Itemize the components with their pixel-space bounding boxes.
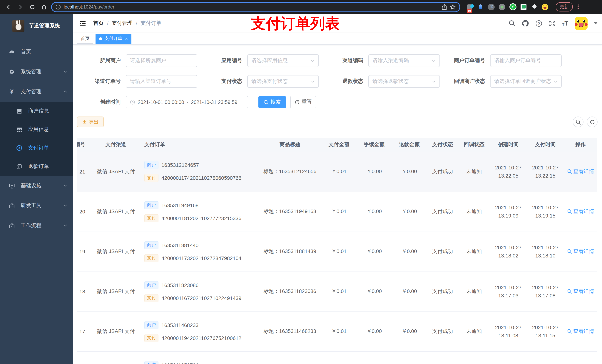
github-icon[interactable] xyxy=(522,20,529,27)
cell-refund: ￥0.00 xyxy=(392,192,427,232)
browser-reload-icon[interactable] xyxy=(27,2,37,12)
extensions-puzzle-icon[interactable] xyxy=(531,3,538,10)
col-title: 商品标题 xyxy=(258,138,321,152)
logo-rabbit-image xyxy=(12,20,24,32)
create-time-range-picker[interactable]: 2021-10-01 00:00:00 - 2021-10-31 23:59:5… xyxy=(126,96,248,108)
merchant-order-tag: 商户 xyxy=(144,361,159,364)
refund-status-select[interactable]: 请选择退款状态 xyxy=(368,75,440,88)
cell-title: 标题：1635312124656 xyxy=(258,152,321,192)
browser-home-icon[interactable] xyxy=(39,2,49,12)
col-channel: 支付渠道 xyxy=(92,138,140,152)
reset-button[interactable]: 重置 xyxy=(290,96,316,108)
export-button[interactable]: 导出 xyxy=(77,116,104,127)
sidebar-item-app-info[interactable]: 应用信息 xyxy=(0,120,73,139)
cell-order: 商户 1635311351796 支付 xyxy=(140,351,258,364)
view-detail-link[interactable]: 查看详情 xyxy=(567,248,594,255)
cell-pay-status: 支付成功 xyxy=(427,312,458,351)
yen-icon: ¥ xyxy=(9,88,15,95)
view-detail-link[interactable]: 查看详情 xyxy=(567,168,594,175)
sidebar-item-infra[interactable]: 基础设施 xyxy=(0,176,73,196)
merchant-order-no-input[interactable]: 请输入商户订单编号 xyxy=(490,54,562,67)
cell-id: 19 xyxy=(77,232,92,271)
refresh-table-button[interactable] xyxy=(587,116,598,127)
merchant-input[interactable]: 请选择所属商户 xyxy=(126,54,197,67)
sidebar-item-workflow[interactable]: 工作流程 xyxy=(0,216,73,236)
cell-refund: ￥0.00 xyxy=(392,271,427,312)
table-row: 19 微信 JSAPI 支付 商户 1635311881440 xyxy=(77,232,597,271)
chevron-down-icon xyxy=(63,203,67,209)
sidebar-item-merchant-info[interactable]: 商户信息 xyxy=(0,102,73,120)
cell-pay-status: 支付成功 xyxy=(427,232,458,271)
sidebar-logo[interactable]: 芋道管理系统 xyxy=(0,14,73,38)
app-select[interactable]: 请选择应用信息 xyxy=(247,54,319,67)
browser-back-icon[interactable] xyxy=(4,2,13,12)
pay-order-tag: 支付 xyxy=(144,294,159,302)
cell-fee xyxy=(356,351,392,364)
cell-title: 标题：1635311823086 xyxy=(258,271,321,312)
share-icon[interactable] xyxy=(442,4,447,10)
navbar-actions: ? TT xyxy=(509,14,598,33)
search-icon[interactable] xyxy=(509,20,515,27)
notify-status-select[interactable]: 请选择订单回调商户状态 xyxy=(490,75,562,88)
tag-home[interactable]: 首页 xyxy=(77,34,93,43)
table-row: 商户 1635311351796 支付 xyxy=(77,351,597,364)
chevron-down-icon xyxy=(63,183,67,189)
font-size-icon[interactable]: TT xyxy=(562,20,568,26)
toolbox-icon xyxy=(9,203,15,208)
channel-order-no-input[interactable]: 请输入渠道订单号 xyxy=(126,75,197,88)
channel-code-select[interactable]: 请输入渠道编码 xyxy=(368,54,440,67)
cell-pay-status: 支付成功 xyxy=(427,152,458,192)
breadcrumb-home[interactable]: 首页 xyxy=(93,20,104,26)
sidebar-item-refund-order[interactable]: 退款订单 xyxy=(0,157,73,176)
date-start-value: 2021-10-01 00:00:00 xyxy=(138,99,184,105)
pay-order-no: 4200001167202110271022491439 xyxy=(161,295,241,301)
avatar-dropdown-icon[interactable] xyxy=(594,22,598,24)
extension-command-icon[interactable]: ⌘ xyxy=(488,3,495,10)
collapse-sidebar-icon[interactable] xyxy=(78,19,87,27)
bookmark-star-icon[interactable] xyxy=(450,4,456,10)
date-end-value: 2021-10-31 23:59:59 xyxy=(191,99,237,105)
col-create-time: 创建时间 xyxy=(490,138,527,152)
sidebar-item-pay-order[interactable]: ¥ 支付订单 xyxy=(0,139,73,157)
cell-notify-status: 未通知 xyxy=(458,312,490,351)
browser-forward-icon[interactable] xyxy=(16,2,25,12)
table-row: 17 微信 JSAPI 支付 商户 1635311468233 xyxy=(77,312,597,351)
extension-chat-icon[interactable] xyxy=(520,3,527,10)
sidebar-item-system[interactable]: 系统管理 xyxy=(0,62,73,82)
cell-action: 查看详情 xyxy=(564,192,597,232)
tag-close-icon[interactable]: × xyxy=(125,36,128,41)
extension-balloon-icon[interactable] xyxy=(477,3,484,10)
sidebar-item-home[interactable]: 首页 xyxy=(0,42,73,62)
breadcrumb: 首页 / 支付管理 / 支付订单 xyxy=(93,20,161,26)
sidebar-item-devtools[interactable]: 研发工具 xyxy=(0,196,73,216)
profile-emoji-icon[interactable] xyxy=(541,3,549,10)
extension-recorder-icon[interactable] xyxy=(498,3,506,10)
cell-pay-time: 2021-10-2713:11:15 xyxy=(527,312,564,351)
browser-menu-icon[interactable] xyxy=(578,4,579,9)
site-info-icon[interactable] xyxy=(55,4,61,10)
extension-y-icon[interactable]: Y xyxy=(509,3,516,10)
help-icon[interactable]: ? xyxy=(535,20,542,27)
breadcrumb-pay[interactable]: 支付管理 xyxy=(112,20,133,26)
search-button[interactable]: 搜索 xyxy=(258,96,286,108)
yen-circle-icon: ¥ xyxy=(16,145,22,151)
extension-eagle-icon[interactable]: 10 xyxy=(466,3,473,10)
cell-refund: ￥0.00 xyxy=(392,312,427,351)
sidebar-item-pay[interactable]: ¥ 支付管理 xyxy=(0,82,73,102)
show-search-toggle-button[interactable] xyxy=(573,116,583,127)
pay-order-tag: 支付 xyxy=(144,334,159,342)
chevron-up-icon xyxy=(63,89,67,95)
pay-order-tag: 支付 xyxy=(144,214,159,222)
chevron-down-icon xyxy=(432,79,436,83)
filter-label-refund-status: 退款状态 xyxy=(318,78,368,85)
address-bar[interactable]: localhost:1024/pay/order xyxy=(51,2,460,12)
pay-status-select[interactable]: 请选择支付状态 xyxy=(247,75,319,88)
view-detail-link[interactable]: 查看详情 xyxy=(567,288,594,295)
fullscreen-icon[interactable] xyxy=(549,20,556,27)
browser-update-button[interactable]: 更新 xyxy=(556,2,573,11)
tag-pay-order[interactable]: 支付订单 × xyxy=(96,34,131,43)
view-detail-link[interactable]: 查看详情 xyxy=(567,328,594,335)
user-avatar[interactable] xyxy=(575,17,588,30)
cell-id: 21 xyxy=(77,152,92,192)
view-detail-link[interactable]: 查看详情 xyxy=(567,208,594,215)
